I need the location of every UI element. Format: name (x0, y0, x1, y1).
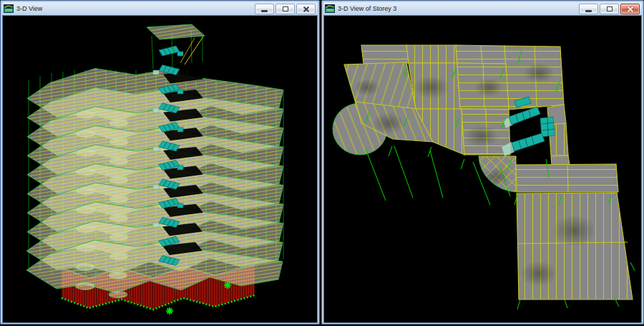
restore-button[interactable] (600, 4, 619, 14)
floor-plates (26, 69, 283, 299)
restore-icon (607, 6, 613, 11)
titlebar-storey-view[interactable]: 3-D View of Storey 3 (323, 2, 642, 15)
window-controls (255, 4, 316, 14)
right-plan-viewport[interactable] (324, 16, 641, 322)
client-area-storey-view[interactable] (323, 15, 642, 323)
minimize-icon (585, 10, 592, 12)
window-controls (579, 4, 640, 14)
app-model-icon (4, 4, 14, 13)
client-area-3d-view[interactable] (2, 15, 318, 323)
close-icon (627, 6, 634, 12)
restore-icon (283, 6, 288, 11)
window-title: 3-D View of Storey 3 (338, 4, 576, 13)
app-model-icon (325, 4, 335, 13)
close-icon (303, 6, 310, 12)
minimize-button[interactable] (255, 4, 274, 14)
close-button[interactable] (620, 4, 640, 14)
window-storey-view: 3-D View of Storey 3 (321, 0, 644, 325)
restore-button[interactable] (275, 4, 295, 14)
left-3d-viewport[interactable] (3, 16, 317, 322)
window-3d-view: 3-D View (0, 0, 320, 325)
titlebar-3d-view[interactable]: 3-D View (2, 2, 318, 15)
minimize-icon (261, 10, 268, 12)
window-title: 3-D View (16, 4, 252, 13)
minimize-button[interactable] (579, 4, 598, 14)
close-button[interactable] (296, 4, 316, 14)
